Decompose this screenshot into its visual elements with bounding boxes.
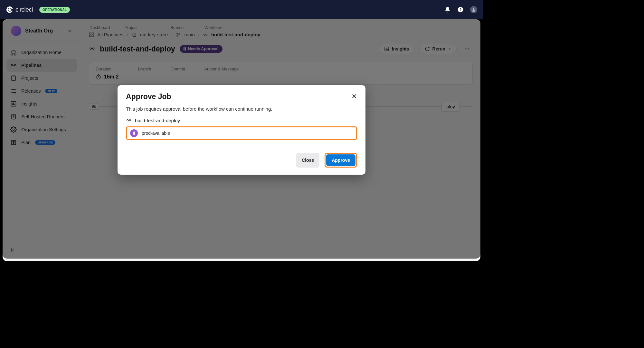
brand-main: circle — [15, 6, 29, 13]
close-button[interactable]: Close — [296, 153, 319, 168]
svg-text:?: ? — [459, 7, 461, 12]
logo[interactable]: circleci — [6, 6, 33, 14]
brand-sub: ci — [29, 6, 33, 13]
pause-icon — [130, 129, 138, 137]
modal-job-name: prod-avaliable — [142, 131, 170, 136]
help-icon[interactable]: ? — [457, 6, 464, 13]
top-header: circleci OPERATIONAL ? — [0, 0, 483, 19]
svg-point-0 — [8, 8, 11, 11]
status-badge-operational: OPERATIONAL — [39, 7, 70, 13]
svg-point-51 — [129, 120, 131, 121]
user-avatar[interactable] — [470, 6, 477, 13]
svg-point-3 — [473, 8, 475, 10]
modal-description: This job requires approval before the wo… — [126, 106, 357, 112]
svg-point-50 — [127, 120, 128, 121]
modal-job-row[interactable]: prod-avaliable — [126, 126, 357, 140]
modal-title: Approve Job — [126, 92, 171, 101]
close-icon[interactable] — [351, 93, 357, 100]
approve-job-modal: Approve Job This job requires approval b… — [118, 85, 365, 175]
bell-icon[interactable] — [444, 6, 451, 13]
modal-overlay: Approve Job This job requires approval b… — [3, 19, 480, 259]
modal-workflow: build-test-and-deploy — [126, 117, 357, 123]
workflow-icon — [126, 117, 132, 123]
approve-button[interactable]: Approve — [326, 154, 355, 166]
